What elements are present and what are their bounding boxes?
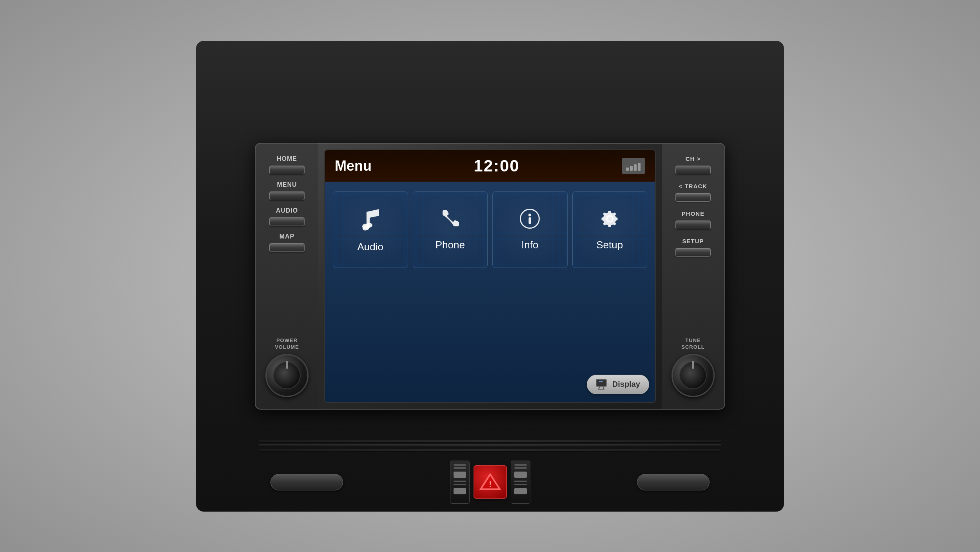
toggle-line	[514, 481, 527, 482]
bottom-controls-row: !	[259, 439, 721, 504]
power-volume-label: POWERVOLUME	[275, 337, 299, 351]
hazard-button[interactable]: !	[474, 465, 507, 499]
svg-point-3	[528, 214, 531, 217]
toggle-line	[454, 467, 466, 469]
audio-button-shape[interactable]	[269, 217, 305, 226]
signal-bar-1	[626, 168, 629, 171]
ch-button-label: CH >	[686, 155, 701, 162]
svg-line-7	[603, 386, 604, 389]
ch-button-shape[interactable]	[675, 166, 711, 174]
left-push-button[interactable]	[270, 474, 343, 490]
home-button-label: HOME	[277, 155, 297, 162]
setup-button-label: SETUP	[682, 238, 704, 245]
ch-nav-button[interactable]: CH >	[675, 155, 711, 174]
toggle-indicator-2	[514, 488, 527, 494]
signal-bar-4	[638, 163, 641, 171]
button-row: !	[259, 461, 721, 504]
info-tile-label: Info	[521, 239, 538, 251]
map-nav-button[interactable]: MAP	[269, 233, 305, 252]
map-button-shape[interactable]	[269, 243, 305, 252]
toggle-line	[454, 484, 466, 485]
toggle-line	[454, 481, 466, 482]
menu-nav-button[interactable]: MENU	[269, 181, 305, 200]
svg-rect-10	[601, 381, 603, 382]
audio-tile-label: Audio	[358, 241, 384, 253]
vent-area	[259, 439, 721, 453]
left-control-panel: HOME MENU AUDIO MAP POWERVOLUME	[256, 144, 318, 409]
screen-top-bar: Menu 12:00	[325, 150, 655, 182]
map-button-label: MAP	[279, 233, 295, 240]
signal-bar-3	[634, 164, 637, 171]
toggle-indicator-2	[454, 488, 466, 494]
dashboard: HOME MENU AUDIO MAP POWERVOLUME	[196, 41, 784, 512]
svg-text:!: !	[489, 480, 492, 488]
right-push-button[interactable]	[637, 474, 710, 490]
gear-icon	[599, 208, 621, 233]
phone-right-button-shape[interactable]	[675, 220, 711, 229]
music-note-icon	[359, 206, 381, 235]
svg-line-6	[599, 386, 600, 389]
setup-tile-label: Setup	[596, 239, 623, 251]
svg-rect-5	[596, 379, 606, 386]
toggle-line	[514, 464, 527, 466]
track-button-shape[interactable]	[675, 193, 711, 202]
phone-nav-button[interactable]: PHONE	[675, 210, 711, 229]
track-nav-button[interactable]: < TRACK	[675, 183, 711, 202]
power-volume-knob[interactable]	[265, 354, 309, 397]
audio-menu-tile[interactable]: Audio	[333, 191, 408, 268]
phone-menu-tile[interactable]: Phone	[413, 191, 488, 268]
phone-icon	[439, 208, 461, 233]
display-button[interactable]: Display	[587, 375, 649, 394]
tune-knob-inner	[679, 362, 707, 389]
track-button-label: < TRACK	[679, 183, 707, 190]
setup-button-shape[interactable]	[675, 248, 711, 257]
tune-scroll-label: TUNESCROLL	[681, 337, 704, 351]
signal-bar-2	[630, 166, 633, 171]
head-unit: HOME MENU AUDIO MAP POWERVOLUME	[255, 143, 725, 410]
toggle-line	[514, 467, 527, 469]
menu-button-shape[interactable]	[269, 191, 305, 200]
screen-container: Menu 12:00	[318, 144, 662, 409]
toggle-line	[514, 484, 527, 485]
screen-title: Menu	[335, 158, 372, 174]
menu-button-label: MENU	[277, 181, 297, 188]
svg-rect-4	[529, 217, 531, 224]
toggle-line	[454, 464, 466, 466]
left-toggle-control[interactable]	[450, 461, 470, 504]
signal-bars	[626, 161, 641, 171]
vent-line-1	[259, 440, 721, 443]
info-menu-tile[interactable]: Info	[492, 191, 568, 268]
audio-nav-button[interactable]: AUDIO	[269, 207, 305, 226]
menu-content-area: Audio Phone	[325, 182, 655, 402]
svg-rect-9	[599, 381, 601, 382]
setup-menu-tile[interactable]: Setup	[572, 191, 648, 268]
phone-tile-label: Phone	[436, 239, 465, 251]
audio-button-label: AUDIO	[276, 207, 298, 214]
display-button-label: Display	[612, 380, 640, 389]
menu-grid: Audio Phone	[333, 191, 647, 268]
home-nav-button[interactable]: HOME	[269, 155, 305, 174]
knob-inner	[273, 362, 301, 389]
signal-icon	[622, 158, 645, 174]
tune-scroll-knob[interactable]	[671, 354, 715, 397]
phone-right-button-label: PHONE	[682, 210, 704, 217]
info-circle-icon	[519, 208, 541, 233]
vent-line-3	[259, 449, 721, 452]
svg-point-1	[366, 223, 372, 228]
home-button-shape[interactable]	[269, 166, 305, 174]
center-button-group: !	[450, 461, 530, 504]
hazard-triangle-icon: !	[479, 471, 501, 493]
time-display: 12:00	[474, 157, 519, 175]
power-volume-section: POWERVOLUME	[265, 337, 309, 397]
toggle-indicator	[514, 472, 527, 478]
vent-line-2	[259, 444, 721, 447]
infotainment-screen[interactable]: Menu 12:00	[324, 149, 656, 403]
toggle-indicator	[454, 472, 466, 478]
tune-scroll-section: TUNESCROLL	[671, 337, 715, 397]
right-toggle-control[interactable]	[511, 461, 530, 504]
setup-nav-button[interactable]: SETUP	[675, 238, 711, 257]
right-control-panel: CH > < TRACK PHONE SETUP TUNESCROLL	[662, 144, 724, 409]
display-icon	[596, 379, 608, 390]
